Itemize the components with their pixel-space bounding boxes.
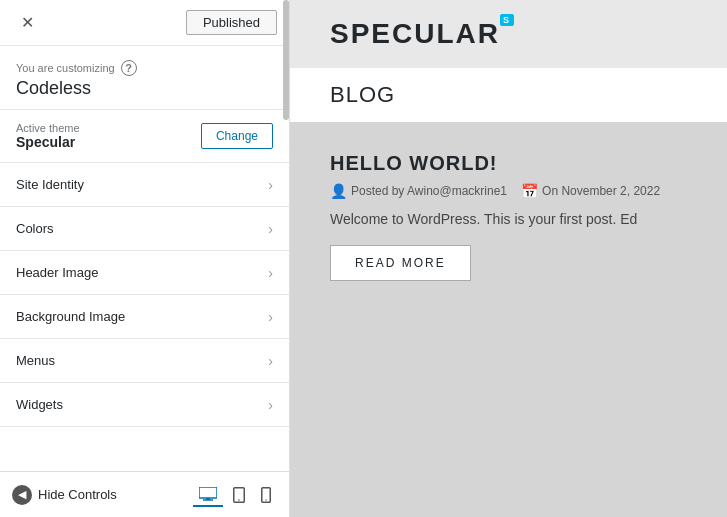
- chevron-right-icon: ›: [268, 309, 273, 325]
- menu-list: Site Identity › Colors › Header Image › …: [0, 163, 289, 471]
- mobile-view-button[interactable]: [255, 483, 277, 507]
- chevron-right-icon: ›: [268, 265, 273, 281]
- panel-header: ✕ Published: [0, 0, 289, 46]
- chevron-right-icon: ›: [268, 397, 273, 413]
- menu-item-label: Colors: [16, 221, 54, 236]
- menu-item-label: Site Identity: [16, 177, 84, 192]
- menu-item-header-image[interactable]: Header Image ›: [0, 251, 289, 295]
- post-excerpt: Welcome to WordPress. This is your first…: [330, 211, 687, 227]
- date-icon: 📅: [521, 183, 538, 199]
- theme-info: Active theme Specular: [16, 122, 80, 150]
- read-more-button[interactable]: READ MORE: [330, 245, 471, 281]
- post-date: On November 2, 2022: [542, 184, 660, 198]
- view-icons: [193, 483, 277, 507]
- tablet-view-button[interactable]: [227, 483, 251, 507]
- post-author: Posted by Awino@mackrine1: [351, 184, 507, 198]
- close-button[interactable]: ✕: [12, 8, 42, 38]
- customizing-section: You are customizing ? Codeless: [0, 46, 289, 110]
- page-title: BLOG: [330, 82, 687, 108]
- scrollbar-track[interactable]: [283, 0, 289, 517]
- preview-panel: SPECULAR S BLOG HELLO WORLD! 👤 Posted by…: [290, 0, 727, 517]
- site-title-badge: S: [500, 14, 514, 26]
- desktop-icon: [199, 487, 217, 501]
- customizing-label: You are customizing ?: [16, 60, 273, 76]
- customizer-panel: ✕ Published You are customizing ? Codele…: [0, 0, 290, 517]
- menu-item-colors[interactable]: Colors ›: [0, 207, 289, 251]
- chevron-right-icon: ›: [268, 177, 273, 193]
- svg-point-4: [238, 499, 240, 501]
- bottom-bar: ◀ Hide Controls: [0, 471, 289, 517]
- site-title: SPECULAR S: [330, 18, 500, 50]
- menu-item-background-image[interactable]: Background Image ›: [0, 295, 289, 339]
- menu-item-label: Header Image: [16, 265, 98, 280]
- scrollbar-thumb[interactable]: [283, 0, 289, 120]
- content-area: HELLO WORLD! 👤 Posted by Awino@mackrine1…: [290, 122, 727, 517]
- menu-item-menus[interactable]: Menus ›: [0, 339, 289, 383]
- post-author-meta: 👤 Posted by Awino@mackrine1: [330, 183, 507, 199]
- menu-item-label: Menus: [16, 353, 55, 368]
- menu-item-label: Background Image: [16, 309, 125, 324]
- close-icon: ✕: [21, 13, 34, 32]
- svg-rect-0: [199, 487, 217, 498]
- chevron-right-icon: ›: [268, 353, 273, 369]
- menu-item-label: Widgets: [16, 397, 63, 412]
- menu-item-site-identity[interactable]: Site Identity ›: [0, 163, 289, 207]
- theme-section: Active theme Specular Change: [0, 110, 289, 163]
- post-meta: 👤 Posted by Awino@mackrine1 📅 On Novembe…: [330, 183, 687, 199]
- hide-controls-button[interactable]: ◀ Hide Controls: [12, 485, 117, 505]
- site-header: SPECULAR S: [290, 0, 727, 68]
- svg-point-6: [265, 499, 266, 500]
- theme-name: Specular: [16, 134, 80, 150]
- author-icon: 👤: [330, 183, 347, 199]
- post-date-meta: 📅 On November 2, 2022: [521, 183, 660, 199]
- mobile-icon: [261, 487, 271, 503]
- help-icon[interactable]: ?: [121, 60, 137, 76]
- hide-controls-label: Hide Controls: [38, 487, 117, 502]
- desktop-view-button[interactable]: [193, 483, 223, 507]
- theme-label: Active theme: [16, 122, 80, 134]
- menu-item-widgets[interactable]: Widgets ›: [0, 383, 289, 427]
- customizing-site-name: Codeless: [16, 78, 273, 99]
- page-title-bar: BLOG: [290, 68, 727, 122]
- tablet-icon: [233, 487, 245, 503]
- chevron-right-icon: ›: [268, 221, 273, 237]
- hide-controls-icon: ◀: [12, 485, 32, 505]
- panel-body: You are customizing ? Codeless Active th…: [0, 46, 289, 471]
- published-button[interactable]: Published: [186, 10, 277, 35]
- change-theme-button[interactable]: Change: [201, 123, 273, 149]
- preview-inner: SPECULAR S BLOG HELLO WORLD! 👤 Posted by…: [290, 0, 727, 517]
- post-title: HELLO WORLD!: [330, 152, 687, 175]
